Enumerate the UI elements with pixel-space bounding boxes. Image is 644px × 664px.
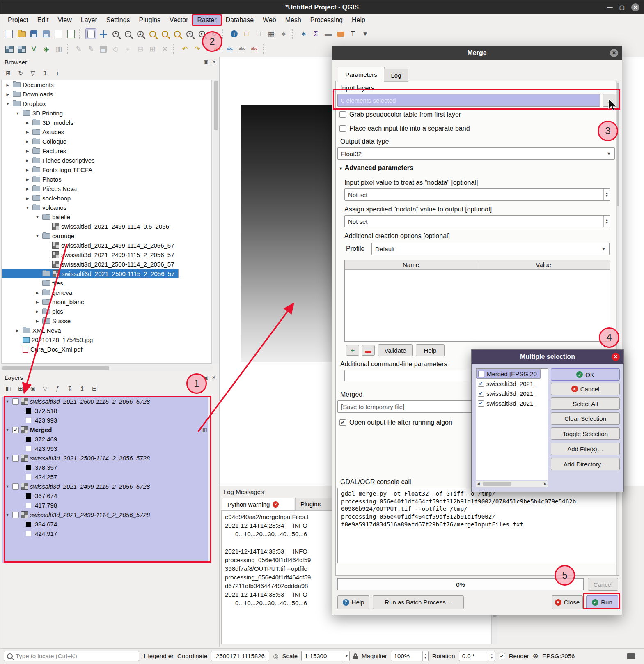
minimize-button[interactable]: — xyxy=(607,4,613,11)
toggle-selection-button[interactable]: Toggle Selection xyxy=(551,427,620,440)
ok-button[interactable]: ✓OK xyxy=(551,368,620,381)
browser-item[interactable]: ▶Fonts logo TECFA xyxy=(2,165,211,175)
menu-project[interactable]: Project xyxy=(4,15,32,25)
render-checkbox[interactable] xyxy=(499,653,505,659)
add-files-button[interactable]: Add File(s)… xyxy=(551,443,620,455)
browser-item[interactable]: ▶Suisse xyxy=(2,316,211,326)
close-button[interactable]: ✕ xyxy=(631,3,639,11)
expander-icon[interactable]: ▼ xyxy=(5,102,11,106)
move-feature-icon[interactable]: + xyxy=(122,44,133,55)
show-layout-manager-icon[interactable] xyxy=(65,28,76,39)
zoom-to-selection-icon[interactable] xyxy=(159,28,170,39)
remove-option-button[interactable]: ▬ xyxy=(362,345,375,356)
input-layers-field[interactable]: 0 elements selected xyxy=(337,94,600,107)
browser-item[interactable]: ▶Documents xyxy=(2,80,211,90)
close-dialog-icon[interactable]: ✕ xyxy=(612,353,620,361)
layer-visibility-checkbox[interactable] xyxy=(12,512,19,518)
menu-edit[interactable]: Edit xyxy=(33,15,53,25)
expander-icon[interactable]: ▼ xyxy=(5,456,10,460)
browser-item[interactable]: files xyxy=(2,278,211,288)
map-tips-icon[interactable] xyxy=(335,28,346,39)
add-selected-layer-icon[interactable]: ⊞ xyxy=(5,69,12,77)
magnifier-spinbox[interactable]: 100% ▲▼ xyxy=(391,651,429,661)
zoom-next-icon[interactable]: ▸ xyxy=(196,28,207,39)
browser-item[interactable]: ▶sock-hoop xyxy=(2,193,211,203)
item-checkbox[interactable] xyxy=(478,391,484,397)
filter-expression-icon[interactable]: ƒ xyxy=(54,385,61,392)
browser-item[interactable]: ▶Colloque xyxy=(2,137,211,146)
spinner-arrows-icon[interactable]: ▲▼ xyxy=(422,651,428,661)
dock-panel-icon[interactable]: ▣ xyxy=(204,375,209,380)
selection-list-item[interactable]: Merged [EPSG:20 xyxy=(476,369,541,379)
open-output-checkbox-row[interactable]: Open output file after running algori xyxy=(339,419,452,426)
item-checkbox[interactable] xyxy=(478,371,484,377)
spinner-arrows-icon[interactable]: ▲▼ xyxy=(603,189,610,200)
collapse-all-icon[interactable]: ↥ xyxy=(41,69,49,77)
log-tab-python-warning[interactable]: Python warning ✕ xyxy=(222,498,294,510)
zoom-native-icon[interactable]: 1 xyxy=(135,28,146,39)
selection-list-item[interactable]: swissalti3d_2021_ xyxy=(476,398,548,408)
console-call-text[interactable]: gdal_merge.py -ot Float32 -of GTiff -o /… xyxy=(337,488,617,563)
zoom-to-layer-icon[interactable] xyxy=(172,28,183,39)
menu-help[interactable]: Help xyxy=(348,15,369,25)
pan-to-selection-icon[interactable] xyxy=(98,28,109,39)
add-option-button[interactable]: ＋ xyxy=(346,345,359,356)
browser-item[interactable]: ▼3D Printing xyxy=(2,108,211,118)
expander-icon[interactable]: ▶ xyxy=(5,92,11,96)
run-batch-button[interactable]: Run as Batch Process… xyxy=(373,595,464,609)
layer-diagram-icon[interactable]: abc xyxy=(224,44,235,55)
expander-icon[interactable]: ▼ xyxy=(15,111,21,115)
expander-icon[interactable]: ▼ xyxy=(5,428,10,432)
nodata-assign-spinbox[interactable]: Not set▲▼ xyxy=(344,215,610,227)
browser-item[interactable]: ▼carouge xyxy=(2,231,211,241)
zoom-out-icon[interactable]: − xyxy=(122,28,133,39)
refresh-browser-icon[interactable]: ↻ xyxy=(17,69,24,77)
field-calculator-icon[interactable]: ∗ xyxy=(278,28,289,39)
zoom-last-icon[interactable]: ◂ xyxy=(184,28,195,39)
zoom-full-icon[interactable] xyxy=(147,28,158,39)
layer-item[interactable]: ▼Merged◧ xyxy=(2,425,208,434)
layer-visibility-checkbox[interactable] xyxy=(12,398,19,405)
redo-icon[interactable]: ↷ xyxy=(192,44,203,55)
collapse-all-icon[interactable]: ↥ xyxy=(78,385,86,392)
item-checkbox[interactable] xyxy=(478,381,484,387)
expander-icon[interactable]: ▶ xyxy=(25,196,30,200)
expand-all-icon[interactable]: ↧ xyxy=(66,385,73,392)
remove-layer-icon[interactable]: ⊟ xyxy=(91,385,98,392)
selection-list-item[interactable]: swissalti3d_2021_ xyxy=(476,379,548,388)
menu-plugins[interactable]: Plugins xyxy=(135,15,165,25)
add-part-icon[interactable]: ⊞ xyxy=(147,44,158,55)
browser-item[interactable]: ▶Fiches descriptives xyxy=(2,156,211,165)
run-button[interactable]: ✓Run xyxy=(586,595,618,609)
browser-item[interactable]: ▶mont_blanc xyxy=(2,297,211,307)
pan-map-icon[interactable] xyxy=(85,28,96,39)
save-project-as-icon[interactable] xyxy=(41,28,52,39)
browser-item[interactable]: ▶XML Neva xyxy=(2,326,211,335)
menu-settings[interactable]: Settings xyxy=(102,15,134,25)
browser-item[interactable]: swissalti3d_2021_2500-1115_2_2056_57 xyxy=(2,269,179,278)
browser-item[interactable]: ▼batelle xyxy=(2,212,211,222)
expander-icon[interactable]: ▶ xyxy=(34,291,40,295)
spinner-arrows-icon[interactable]: ▲▼ xyxy=(603,216,610,227)
save-edits-icon[interactable]: ✎ xyxy=(85,44,96,55)
browser-item[interactable]: ▶geneva xyxy=(2,288,211,297)
data-source-manager-icon[interactable] xyxy=(4,44,15,55)
layer-visibility-checkbox[interactable] xyxy=(12,483,19,490)
output-data-type-select[interactable]: Float32▼ xyxy=(337,147,615,160)
save-layer-edits-icon[interactable] xyxy=(98,44,109,55)
measure-icon[interactable]: ▬ xyxy=(323,28,334,39)
close-tab-icon[interactable]: ✕ xyxy=(273,501,279,508)
pin-labels-icon[interactable]: abc xyxy=(236,44,248,55)
toolbar-caret-icon[interactable]: ▾ xyxy=(360,28,371,39)
identify-features-icon[interactable]: i xyxy=(229,28,240,39)
zoom-in-icon[interactable]: + xyxy=(110,28,121,39)
vertex-tool-icon[interactable]: ⊟ xyxy=(135,44,146,55)
checkbox[interactable] xyxy=(339,419,346,426)
filter-legend-icon[interactable]: ▽ xyxy=(41,385,49,392)
advanced-parameters-header[interactable]: ▼ Advanced parameters xyxy=(339,164,413,172)
nodata-input-spinbox[interactable]: Not set▲▼ xyxy=(344,188,610,201)
list-horizontal-scrollbar[interactable]: ◀ ▶ xyxy=(476,481,548,487)
expander-icon[interactable]: ▼ xyxy=(5,400,10,404)
dock-panel-icon[interactable]: ▣ xyxy=(204,59,209,65)
maximize-button[interactable]: ▢ xyxy=(619,4,625,11)
